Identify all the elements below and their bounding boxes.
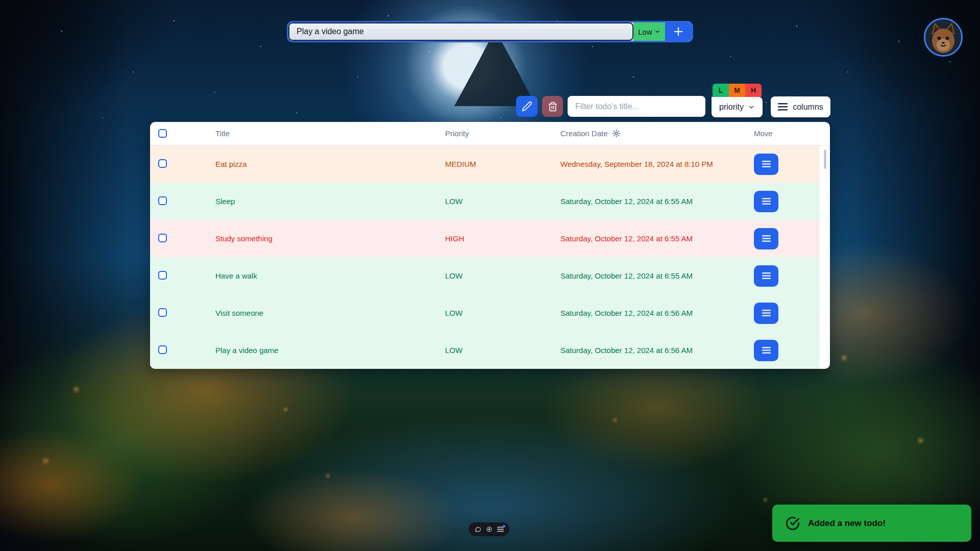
- move-row-button[interactable]: [754, 340, 778, 361]
- hamburger-icon: [762, 161, 771, 167]
- columns-button[interactable]: columns: [771, 96, 830, 117]
- user-avatar[interactable]: [924, 18, 963, 57]
- cat-avatar-image: [925, 19, 961, 55]
- column-header-creation-date[interactable]: Creation Date: [560, 129, 754, 138]
- todo-row[interactable]: Eat pizza MEDIUM Wednesday, September 18…: [150, 145, 820, 183]
- filter-title-input[interactable]: [568, 96, 705, 117]
- todo-priority: LOW: [445, 309, 560, 317]
- todo-title: Eat pizza: [215, 160, 445, 168]
- todo-created: Saturday, October 12, 2024 at 6:55 AM: [560, 271, 754, 280]
- todo-priority: MEDIUM: [445, 160, 560, 168]
- trash-icon: [548, 102, 558, 112]
- legend-high-badge[interactable]: H: [745, 84, 762, 97]
- row-checkbox[interactable]: [158, 345, 167, 354]
- hamburger-icon: [762, 198, 771, 205]
- todo-priority: HIGH: [445, 234, 560, 243]
- add-todo-bar: Low: [287, 21, 693, 42]
- check-circle-icon: [786, 516, 800, 531]
- row-checkbox[interactable]: [158, 196, 167, 205]
- todo-row[interactable]: Have a walk LOW Saturday, October 12, 20…: [150, 257, 820, 294]
- move-row-button[interactable]: [754, 154, 778, 175]
- chevron-down-icon: [748, 104, 755, 111]
- todo-title: Visit someone: [215, 309, 445, 317]
- priority-legend: L M H: [713, 84, 762, 97]
- todo-created: Saturday, October 12, 2024 at 6:55 AM: [560, 234, 754, 243]
- columns-button-label: columns: [793, 103, 823, 112]
- todo-created: Saturday, October 12, 2024 at 6:56 AM: [560, 309, 754, 317]
- todo-priority: LOW: [445, 197, 560, 206]
- hamburger-icon: [762, 272, 771, 279]
- todo-row[interactable]: Play a video game LOW Saturday, October …: [150, 332, 820, 369]
- priority-filter-label: priority: [719, 103, 744, 112]
- row-checkbox[interactable]: [158, 271, 167, 280]
- firefly-sparks-decoration: [0, 0, 2, 2]
- todo-row[interactable]: Study something HIGH Saturday, October 1…: [150, 220, 820, 257]
- plus-icon: [673, 26, 684, 37]
- move-row-button[interactable]: [754, 228, 778, 249]
- delete-todo-button[interactable]: [542, 96, 563, 117]
- hamburger-icon: [762, 347, 771, 354]
- notification-dot: [503, 525, 505, 528]
- edit-todo-button[interactable]: [516, 96, 537, 117]
- todo-created: Saturday, October 12, 2024 at 6:56 AM: [560, 346, 754, 355]
- toast-message: Added a new todo!: [808, 518, 886, 529]
- todo-title: Sleep: [215, 197, 445, 206]
- row-checkbox[interactable]: [158, 308, 167, 317]
- todo-row[interactable]: Sleep LOW Saturday, October 12, 2024 at …: [150, 183, 820, 220]
- priority-filter-dropdown[interactable]: priority: [712, 97, 763, 117]
- move-row-button[interactable]: [754, 303, 778, 324]
- todo-title: Play a video game: [215, 346, 445, 355]
- todo-priority: LOW: [445, 271, 560, 280]
- hamburger-icon: [778, 103, 788, 111]
- move-row-button[interactable]: [754, 191, 778, 212]
- todo-title: Have a walk: [215, 271, 445, 280]
- column-header-title[interactable]: Title: [215, 129, 445, 138]
- hamburger-icon: [762, 310, 771, 316]
- pencil-icon: [522, 101, 532, 112]
- move-row-button[interactable]: [754, 265, 778, 287]
- todo-row[interactable]: Visit someone LOW Saturday, October 12, …: [150, 294, 820, 332]
- menu-list-icon[interactable]: [497, 527, 504, 532]
- row-checkbox[interactable]: [158, 159, 167, 168]
- new-todo-input[interactable]: [288, 22, 633, 41]
- chevron-down-icon: [654, 29, 660, 35]
- priority-dropdown-value: Low: [638, 28, 652, 36]
- row-checkbox[interactable]: [158, 234, 167, 242]
- legend-medium-badge[interactable]: M: [729, 84, 745, 97]
- hamburger-icon: [762, 235, 771, 242]
- record-icon[interactable]: [486, 526, 493, 533]
- speech-bubble-icon[interactable]: [475, 526, 481, 533]
- todo-priority: LOW: [445, 346, 560, 355]
- table-header-row: Title Priority Creation Date Move: [150, 122, 830, 145]
- table-scrollbar[interactable]: [824, 149, 826, 169]
- add-todo-button[interactable]: [665, 22, 692, 41]
- todo-table: Title Priority Creation Date Move Eat pi…: [150, 122, 830, 369]
- column-header-move: Move: [754, 129, 830, 138]
- table-body: Eat pizza MEDIUM Wednesday, September 18…: [150, 145, 830, 369]
- select-all-checkbox[interactable]: [158, 129, 167, 138]
- new-todo-priority-dropdown[interactable]: Low: [633, 22, 665, 41]
- todo-created: Saturday, October 12, 2024 at 6:55 AM: [560, 197, 754, 206]
- toast-notification: Added a new todo!: [772, 505, 971, 542]
- legend-low-badge[interactable]: L: [713, 84, 729, 97]
- todo-created: Wednesday, September 18, 2024 at 8:10 PM: [560, 160, 754, 168]
- todo-title: Study something: [215, 234, 445, 243]
- column-header-priority[interactable]: Priority: [445, 129, 560, 138]
- gear-icon[interactable]: [612, 129, 621, 138]
- overlay-toolbar: [469, 522, 509, 536]
